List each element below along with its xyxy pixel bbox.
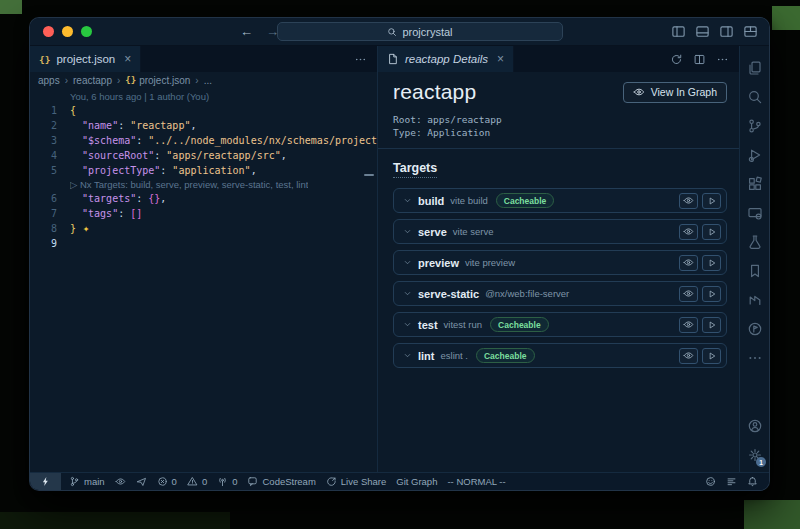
toggle-right-sidebar-button[interactable] — [719, 24, 734, 39]
zoom-window-button[interactable] — [81, 26, 92, 37]
close-tab-icon[interactable]: × — [124, 52, 131, 66]
target-card-build[interactable]: buildvite buildCacheable — [393, 188, 727, 213]
code-line[interactable]: 4 "sourceRoot": "apps/reactapp/src", — [30, 148, 377, 163]
target-run-button[interactable] — [702, 224, 721, 240]
activity-settings-gear[interactable]: 1 — [740, 440, 769, 469]
customize-layout-button[interactable] — [743, 24, 758, 39]
target-run-button[interactable] — [702, 348, 721, 364]
scrollbar-marker[interactable] — [364, 174, 374, 176]
refresh-action-button[interactable] — [670, 53, 683, 66]
statusbar-publish[interactable] — [131, 473, 152, 490]
code-token: , — [251, 165, 257, 176]
chevron-down-icon[interactable] — [403, 351, 412, 360]
target-view-button[interactable] — [679, 317, 698, 333]
statusbar-notifications[interactable] — [742, 476, 763, 487]
toggle-panel-button[interactable] — [695, 24, 710, 39]
target-run-button[interactable] — [702, 317, 721, 333]
code-line[interactable]: 9 — [30, 236, 377, 251]
breadcrumb-item-reactapp[interactable]: reactapp — [73, 75, 112, 86]
statusbar-label: main — [84, 476, 105, 487]
code-line[interactable]: 8} ✦ — [30, 221, 377, 236]
breadcrumb-item-projectjson[interactable]: {}project.json — [125, 75, 190, 86]
target-view-button[interactable] — [679, 224, 698, 240]
nx-targets-codelens[interactable]: ▷ Nx Targets: build, serve, preview, ser… — [70, 179, 308, 190]
view-in-graph-label: View In Graph — [651, 86, 717, 98]
breadcrumb-label: project.json — [139, 75, 190, 86]
statusbar-gitlens-blame-toggle[interactable] — [110, 473, 131, 490]
back-arrow-icon[interactable]: ← — [240, 24, 253, 39]
target-card-serve[interactable]: servevite serve — [393, 219, 727, 244]
target-run-button[interactable] — [702, 255, 721, 271]
statusbar-vim-mode[interactable]: -- NORMAL -- — [442, 473, 510, 490]
eye-icon — [633, 86, 645, 98]
target-view-button[interactable] — [679, 255, 698, 271]
activity-search[interactable] — [740, 82, 769, 111]
titlebar: ← → projcrystal — [30, 18, 769, 46]
chevron-down-icon[interactable] — [403, 289, 412, 298]
target-card-preview[interactable]: previewvite preview — [393, 250, 727, 275]
activity-source-control[interactable] — [740, 111, 769, 140]
breadcrumb-item-[interactable]: ... — [204, 75, 212, 86]
close-window-button[interactable] — [43, 26, 54, 37]
activity-testing[interactable] — [740, 227, 769, 256]
code-token: : — [160, 165, 172, 176]
editor-more-actions-button[interactable] — [354, 53, 367, 66]
code-token: "application" — [172, 165, 250, 176]
statusbar-live-share[interactable]: Live Share — [321, 473, 391, 490]
target-run-button[interactable] — [702, 286, 721, 302]
cacheable-badge: Cacheable — [496, 193, 555, 208]
activity-run-and-debug[interactable] — [740, 140, 769, 169]
statusbar-errors[interactable]: 0 — [152, 473, 182, 490]
statusbar-codestream[interactable]: CodeStream — [242, 473, 320, 490]
chevron-down-icon[interactable] — [403, 227, 412, 236]
activity-bookmarks[interactable] — [740, 256, 769, 285]
target-run-button[interactable] — [702, 193, 721, 209]
close-tab-icon[interactable]: × — [497, 52, 504, 66]
view-in-graph-button[interactable]: View In Graph — [623, 82, 727, 103]
statusbar-feedback[interactable] — [700, 476, 721, 487]
code-line[interactable]: 3 "$schema": "../../node_modules/nx/sche… — [30, 133, 377, 148]
code-line[interactable]: 2 "name": "reactapp", — [30, 118, 377, 133]
target-card-lint[interactable]: linteslint .Cacheable — [393, 343, 727, 368]
split-editor-button[interactable] — [693, 53, 706, 66]
breadcrumb[interactable]: apps›reactapp›{}project.json›... — [30, 72, 377, 88]
code-line[interactable]: 5 "projectType": "application", — [30, 163, 377, 178]
activity-nx-console[interactable] — [740, 285, 769, 314]
statusbar-formatter[interactable] — [721, 476, 742, 487]
statusbar-git-branch[interactable]: main — [64, 473, 110, 490]
target-view-button[interactable] — [679, 348, 698, 364]
statusbar-warnings[interactable]: 0 — [182, 473, 212, 490]
activity-additional-views[interactable] — [740, 343, 769, 372]
activity-extensions[interactable] — [740, 169, 769, 198]
activity-explorer[interactable] — [740, 53, 769, 82]
target-view-button[interactable] — [679, 286, 698, 302]
target-card-test[interactable]: testvitest runCacheable — [393, 312, 727, 337]
code-line[interactable]: 1{ — [30, 103, 377, 118]
tab-project-json[interactable]: {} project.json × — [30, 46, 141, 72]
activity-accounts[interactable] — [740, 411, 769, 440]
code-token: "reactapp" — [130, 120, 190, 131]
editor-more-actions-button[interactable] — [716, 53, 729, 66]
editor-group-left: {} project.json × apps›reactapp›{}projec… — [30, 46, 378, 472]
statusbar-ports[interactable]: 0 — [212, 473, 242, 490]
blame-annotation[interactable]: You, 6 hours ago | 1 author (You) — [70, 91, 209, 102]
statusbar-remote-indicator[interactable] — [30, 473, 61, 490]
chevron-down-icon[interactable] — [403, 196, 412, 205]
minimize-window-button[interactable] — [62, 26, 73, 37]
search-box[interactable]: projcrystal — [277, 22, 563, 41]
activity-remote-explorer[interactable] — [740, 198, 769, 227]
tab-reactapp-details[interactable]: reactapp Details × — [378, 46, 514, 72]
statusbar-git-graph[interactable]: Git Graph — [391, 473, 442, 490]
target-name: build — [418, 195, 444, 207]
code-line[interactable]: 6 "targets": {}, — [30, 191, 377, 206]
breadcrumb-item-apps[interactable]: apps — [38, 75, 60, 86]
code-line[interactable]: 7 "tags": [] — [30, 206, 377, 221]
target-command: vite build — [450, 195, 488, 206]
target-card-serve-static[interactable]: serve-static@nx/web:file-server — [393, 281, 727, 306]
target-view-button[interactable] — [679, 193, 698, 209]
chevron-down-icon[interactable] — [403, 258, 412, 267]
code-editor[interactable]: You, 6 hours ago | 1 author (You)1{2 "na… — [30, 88, 377, 472]
toggle-left-sidebar-button[interactable] — [671, 24, 686, 39]
activity-flag-circle[interactable] — [740, 314, 769, 343]
chevron-down-icon[interactable] — [403, 320, 412, 329]
